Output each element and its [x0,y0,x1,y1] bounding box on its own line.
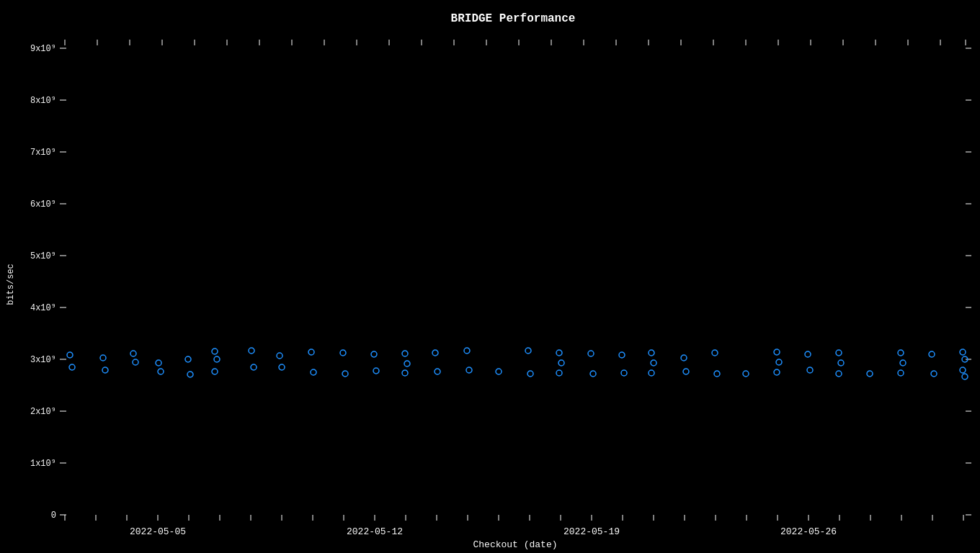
y-tick-3: 3x10⁹ [30,355,56,365]
y-tick-1: 1x10⁹ [30,459,56,469]
y-tick-0: 0 [51,511,56,521]
x-tick-may05: 2022-05-05 [130,526,186,537]
chart-container: BRIDGE Performance bits/sec Checkout (da… [0,0,980,553]
x-axis-label: Checkout (date) [473,539,557,550]
y-tick-5: 5x10⁹ [30,251,56,261]
y-tick-4: 4x10⁹ [30,303,56,313]
x-tick-may26: 2022-05-26 [780,526,837,537]
y-tick-2: 2x10⁹ [30,407,56,417]
x-tick-may19: 2022-05-19 [564,526,620,537]
svg-rect-0 [0,0,980,553]
y-tick-8: 8x10⁹ [30,96,56,106]
y-tick-6: 6x10⁹ [30,199,56,210]
chart-title: BRIDGE Performance [451,12,576,25]
x-tick-may12: 2022-05-12 [347,526,403,537]
y-axis-label: bits/sec [6,264,16,305]
y-tick-7: 7x10⁹ [30,148,56,158]
y-tick-9: 9x10⁹ [30,44,56,54]
